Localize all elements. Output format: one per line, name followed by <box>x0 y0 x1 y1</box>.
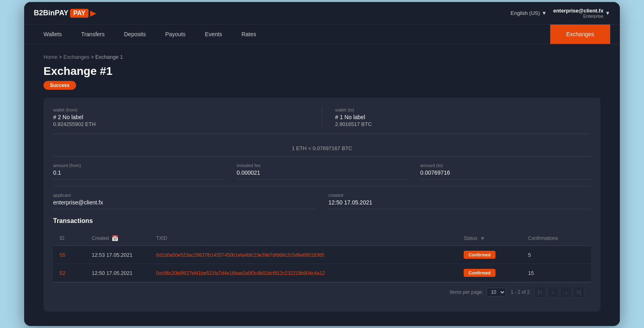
nav-item-deposits[interactable]: Deposits <box>114 25 155 44</box>
amount-from-group: Amount (from) 0.1 <box>53 163 224 179</box>
th-id: ID <box>60 235 92 241</box>
th-status-label: Status <box>464 235 477 241</box>
breadcrumb-exchanges[interactable]: Exchanges <box>64 54 89 60</box>
th-created-label: Created <box>92 235 109 241</box>
applicant-label: Applicant <box>53 193 316 198</box>
row1-created: 12:53 17.05.2021 <box>92 252 156 258</box>
nav-item-payouts[interactable]: Payouts <box>155 25 195 44</box>
exchange-card: Wallet (from) # 2 No label 0.924255902 E… <box>43 98 601 311</box>
items-per-page-label: Items per page: <box>450 289 483 295</box>
th-confirmations-label: Confirmations <box>528 235 558 241</box>
user-details: enterprise@client.fx Enterprise <box>553 8 603 19</box>
nav-item-rates[interactable]: Rates <box>232 25 266 44</box>
th-confirmations: Confirmations <box>528 235 584 241</box>
chevron-down-icon: ▼ <box>542 10 547 16</box>
prev-page-button[interactable]: ‹ <box>547 287 559 298</box>
wallet-from-name: # 2 No label <box>53 114 309 120</box>
user-role: Enterprise <box>553 14 603 19</box>
wallet-to-name: # 1 No label <box>335 114 591 120</box>
items-per-page-select[interactable]: 10 25 50 <box>487 288 506 297</box>
language-label: English (US) <box>511 10 540 16</box>
page-info: 1 - 2 of 2 <box>511 289 530 295</box>
meta-fields: Applicant enterprise@client.fx Created 1… <box>53 193 591 209</box>
created-group: Created 12:50 17.05.2021 <box>328 193 591 209</box>
breadcrumb-sep1: > <box>59 54 63 60</box>
table-row: 52 12:50 17.05.2021 0xc06c20b8f627ef41be… <box>53 264 591 282</box>
amount-to-group: Amount (to) 0.00769716 <box>420 163 591 179</box>
amount-fields: Amount (from) 0.1 Included fee 0.000021 … <box>53 163 591 186</box>
row2-txid: 0xc06c20b8f627ef41be521fa7d4e16bae2a0f3c… <box>156 270 464 276</box>
table-footer: Items per page: 10 25 50 1 - 2 of 2 |< ‹… <box>53 282 591 302</box>
table-row: 55 12:53 17.05.2021 6d1d0a50e523ac29837f… <box>53 246 591 264</box>
amount-from-value: 0.1 <box>53 169 224 179</box>
wallet-to-section: Wallet (to) # 1 No label 2.9016517 BTC <box>322 107 591 127</box>
rate-row: 1 ETH = 0.07697167 BTC <box>53 140 591 157</box>
included-fee-label: Included fee <box>237 163 407 168</box>
row1-txid: 6d1d0a50e523ac29837fb14557450b1efa4bfc23… <box>156 252 464 258</box>
row1-status-badge: Confirmed <box>464 251 495 259</box>
user-email: enterprise@client.fx <box>553 8 603 14</box>
user-menu[interactable]: enterprise@client.fx Enterprise ▼ <box>553 8 610 19</box>
applicant-group: Applicant enterprise@client.fx <box>53 193 316 209</box>
created-label: Created <box>328 193 591 198</box>
wallet-from-amount: 0.924255902 ETH <box>53 121 309 127</box>
page-title: Exchange #1 <box>43 65 601 78</box>
created-value: 12:50 17.05.2021 <box>328 199 591 209</box>
applicant-value: enterprise@client.fx <box>53 199 316 209</box>
breadcrumb-home[interactable]: Home <box>43 54 58 60</box>
calendar-icon: 📅 <box>111 235 118 241</box>
main-content: Home > Exchanges > Exchange 1 Exchange #… <box>24 44 620 326</box>
amount-to-label: Amount (to) <box>420 163 591 168</box>
breadcrumb-sep2: > <box>91 54 95 60</box>
included-fee-value: 0.000021 <box>237 169 407 179</box>
wallet-from-section: Wallet (from) # 2 No label 0.924255902 E… <box>53 107 309 127</box>
row2-status-badge: Confirmed <box>464 269 495 277</box>
user-chevron-icon: ▼ <box>605 10 610 16</box>
items-per-page: Items per page: 10 25 50 <box>450 288 506 297</box>
breadcrumb: Home > Exchanges > Exchange 1 <box>43 54 601 60</box>
topbar: B2BinPAY PAY ▶ English (US) ▼ enterprise… <box>24 2 620 25</box>
last-page-button[interactable]: >| <box>573 287 584 298</box>
navbar: Wallets Transfers Deposits Payouts Event… <box>24 25 620 44</box>
row2-confirmations: 15 <box>528 270 584 276</box>
topbar-right: English (US) ▼ enterprise@client.fx Ente… <box>511 8 610 19</box>
row1-id[interactable]: 55 <box>60 252 92 258</box>
logo-text: B2BinPAY <box>34 9 68 17</box>
dropdown-icon: ▼ <box>480 235 485 241</box>
language-selector[interactable]: English (US) ▼ <box>511 10 547 16</box>
transactions-title: Transactions <box>53 217 591 225</box>
transactions-table: ID Created 📅 TXID Status ▼ Confirmation <box>53 231 591 302</box>
row1-txid-link[interactable]: 6d1d0a50e523ac29837fb14557450b1efa4bfc23… <box>156 252 324 258</box>
amount-to-value: 0.00769716 <box>420 169 591 179</box>
logo-pay: PAY <box>70 9 89 18</box>
wallet-to-amount: 2.9016517 BTC <box>335 121 591 127</box>
row2-status: Confirmed <box>464 269 528 277</box>
status-badge: Success <box>43 81 76 90</box>
nav-item-exchanges[interactable]: Exchanges <box>550 25 610 44</box>
nav-item-wallets[interactable]: Wallets <box>34 25 71 44</box>
wallet-to-label: Wallet (to) <box>335 107 591 112</box>
first-page-button[interactable]: |< <box>535 287 546 298</box>
screen-wrapper: B2BinPAY PAY ▶ English (US) ▼ enterprise… <box>24 2 620 326</box>
th-txid-label: TXID <box>156 235 167 241</box>
th-status[interactable]: Status ▼ <box>464 235 528 241</box>
nav-item-events[interactable]: Events <box>195 25 232 44</box>
row1-status: Confirmed <box>464 251 528 259</box>
th-id-label: ID <box>60 235 64 241</box>
wallet-from-label: Wallet (from) <box>53 107 309 112</box>
row2-created: 12:50 17.05.2021 <box>92 270 156 276</box>
wallets-row: Wallet (from) # 2 No label 0.924255902 E… <box>53 107 591 134</box>
pagination: |< ‹ › >| <box>535 287 584 298</box>
th-txid: TXID <box>156 235 464 241</box>
table-header: ID Created 📅 TXID Status ▼ Confirmation <box>53 231 591 246</box>
row1-confirmations: 5 <box>528 252 584 258</box>
next-page-button[interactable]: › <box>560 287 572 298</box>
logo: B2BinPAY PAY ▶ <box>34 9 96 18</box>
included-fee-group: Included fee 0.000021 <box>237 163 407 179</box>
row2-txid-link[interactable]: 0xc06c20b8f627ef41be521fa7d4e16bae2a0f3c… <box>156 270 325 276</box>
breadcrumb-current: Exchange 1 <box>95 54 123 60</box>
nav-item-transfers[interactable]: Transfers <box>71 25 114 44</box>
amount-from-label: Amount (from) <box>53 163 224 168</box>
row2-id[interactable]: 52 <box>60 270 92 276</box>
th-created[interactable]: Created 📅 <box>92 235 156 241</box>
